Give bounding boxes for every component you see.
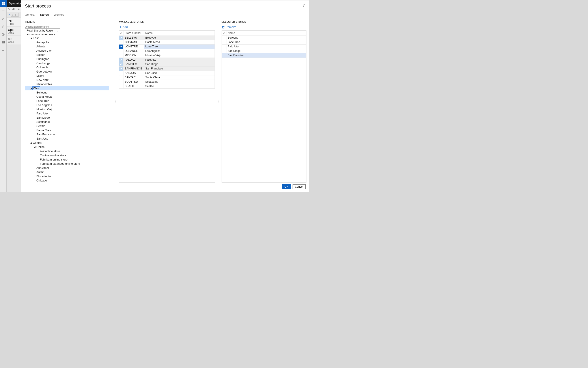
row-checkbox[interactable]	[119, 80, 123, 84]
row-checkbox[interactable]	[222, 44, 226, 49]
search-input[interactable]: ⌕Fi	[11, 13, 19, 17]
tree-node[interactable]: ▸Palo Alto	[25, 111, 109, 116]
org-hierarchy-tree[interactable]: ◢Contoso Retail USA◢East▸Annapolis▸Atlan…	[25, 34, 110, 183]
tree-node[interactable]: ▸Cambridge	[25, 61, 109, 65]
tab-general[interactable]: General	[25, 12, 35, 18]
tree-node[interactable]: ▸Mission Viejo	[25, 107, 109, 111]
edit-button[interactable]: ✎ Edit	[8, 8, 15, 11]
tree-node[interactable]: ◢Central	[25, 141, 109, 145]
tree-node[interactable]: ◢East	[25, 36, 109, 40]
row-checkbox[interactable]	[119, 53, 123, 57]
table-row[interactable]: COSTAMECosta Mesa	[119, 40, 215, 44]
tree-node[interactable]: ▸Boston	[25, 53, 109, 57]
tree-node[interactable]: ▸Ann Arbor	[25, 166, 109, 170]
tree-node[interactable]: ▸AW online store	[25, 149, 109, 153]
tree-node[interactable]: ▸Chicago	[25, 178, 109, 183]
list-item[interactable]: UpcUpda	[7, 27, 21, 36]
tree-node[interactable]: ◢Contoso Retail USA	[25, 34, 109, 36]
tree-node[interactable]: ▸Georgetown	[25, 69, 109, 74]
row-checkbox[interactable]	[119, 36, 123, 40]
tree-node[interactable]: ◢Online	[25, 145, 109, 149]
cancel-button[interactable]: Cancel	[293, 184, 306, 189]
selected-stores-grid[interactable]: Name BellevueLone TreePalo AltoSan Diego…	[221, 30, 306, 183]
row-checkbox[interactable]	[222, 36, 226, 40]
table-row[interactable]: LONETRELone Tree	[119, 44, 215, 49]
tree-node[interactable]: ▸Santa Clara	[25, 128, 109, 132]
row-checkbox[interactable]	[119, 44, 123, 49]
row-checkbox[interactable]	[119, 71, 123, 75]
home-icon[interactable]: ⌂	[2, 17, 4, 20]
table-row[interactable]: PALOALTPalo Alto	[119, 57, 215, 62]
col-selected-name[interactable]: Name	[226, 31, 306, 36]
col-store-name[interactable]: Name	[144, 31, 215, 36]
row-checkbox[interactable]	[222, 49, 226, 53]
workspaces-icon[interactable]: ▦	[2, 40, 5, 43]
table-row[interactable]: LOSANGELos Angeles	[119, 49, 215, 53]
row-checkbox[interactable]	[119, 84, 123, 88]
splitter-right[interactable]: ⋮	[218, 20, 219, 183]
tree-node[interactable]: ▸Scottsdale	[25, 120, 109, 124]
row-checkbox[interactable]	[119, 49, 123, 53]
tab-stores[interactable]: Stores	[40, 12, 49, 18]
select-all-selected-checkbox[interactable]	[222, 31, 226, 36]
tree-node[interactable]: ▸Los Angeles	[25, 103, 109, 107]
table-row[interactable]: SANTACLSanta Clara	[119, 75, 215, 80]
list-item[interactable]: HoPrep	[7, 18, 21, 27]
tree-node[interactable]: ▸Seattle	[25, 124, 109, 128]
tree-node[interactable]: ▸Columbia	[25, 65, 109, 69]
plus-icon[interactable]: +	[18, 8, 20, 11]
available-stores-grid[interactable]: Store number Name BELLEVUBellevueCOSTAME…	[119, 30, 215, 183]
row-checkbox[interactable]	[119, 66, 123, 71]
hamburger-icon[interactable]: ☰	[2, 9, 5, 13]
tree-node[interactable]: ▸Atlantic City	[25, 48, 109, 53]
add-button[interactable]: Add	[119, 25, 128, 29]
tree-node[interactable]: ▸Philadelphia	[25, 82, 109, 86]
row-checkbox[interactable]	[222, 53, 226, 57]
tree-node[interactable]: ▸Lone Tree	[25, 99, 109, 103]
table-row[interactable]: Palo Alto	[222, 44, 306, 49]
row-checkbox[interactable]	[119, 62, 123, 66]
col-store-number[interactable]: Store number	[123, 31, 144, 36]
tree-node[interactable]: ▸Bellevue	[25, 90, 109, 95]
tree-node[interactable]: ◢West	[25, 86, 109, 90]
table-row[interactable]: MISSIONMission Viejo	[119, 53, 215, 57]
remove-button[interactable]: Remove	[221, 25, 237, 29]
splitter-left[interactable]: ⋮	[115, 20, 116, 183]
tree-node[interactable]: ▸Bloomington	[25, 174, 109, 178]
tree-node[interactable]: ▸San Diego	[25, 116, 109, 120]
tree-node[interactable]: ▸Fabrikam extended online store	[25, 162, 109, 166]
org-hierarchy-select[interactable]: Retail Stores by Region ⌄	[25, 28, 60, 33]
tree-node[interactable]: ▸Contoso online store	[25, 153, 109, 157]
tree-node[interactable]: ▸Miami	[25, 74, 109, 78]
tree-node[interactable]: ▸Atlanta	[25, 44, 109, 48]
table-row[interactable]: Lone Tree	[222, 40, 306, 44]
tree-node[interactable]: ▸Fabrikam online store	[25, 157, 109, 162]
tree-node[interactable]: ▸Costa Mesa	[25, 95, 109, 99]
table-row[interactable]: SANDIEGSan Diego	[119, 62, 215, 66]
table-row[interactable]: Bellevue	[222, 36, 306, 40]
tree-node[interactable]: ▸Burlington	[25, 57, 109, 61]
help-icon[interactable]: ?	[303, 3, 305, 8]
tree-node[interactable]: ▸San Francisco	[25, 132, 109, 137]
table-row[interactable]: San Diego	[222, 49, 306, 53]
table-row[interactable]: SEATTLESeattle	[119, 84, 215, 88]
app-launcher-icon[interactable]	[0, 0, 7, 7]
tree-node[interactable]: ▸New York	[25, 78, 109, 82]
table-row[interactable]: SANFRANCISSan Francisco	[119, 66, 215, 71]
table-row[interactable]: BELLEVUBellevue	[119, 36, 215, 40]
filter-icon[interactable]: ⧩	[8, 13, 10, 16]
tree-node[interactable]: ▸San Jose	[25, 137, 109, 141]
row-checkbox[interactable]	[119, 75, 123, 80]
ok-button[interactable]: OK	[282, 184, 291, 189]
table-row[interactable]: SANJOSESan Jose	[119, 71, 215, 75]
row-checkbox[interactable]	[119, 57, 123, 62]
tab-workers[interactable]: Workers	[54, 12, 64, 18]
tree-node[interactable]: ▸Austin	[25, 170, 109, 174]
select-all-checkbox[interactable]	[119, 31, 123, 36]
tree-node[interactable]: ▸Annapolis	[25, 40, 109, 44]
list-item[interactable]: MoGene	[7, 36, 21, 45]
table-row[interactable]: SCOTTSDScottsdale	[119, 80, 215, 84]
recent-icon[interactable]: ◷	[2, 32, 5, 36]
table-row[interactable]: San Francisco	[222, 53, 306, 57]
row-checkbox[interactable]	[222, 40, 226, 44]
